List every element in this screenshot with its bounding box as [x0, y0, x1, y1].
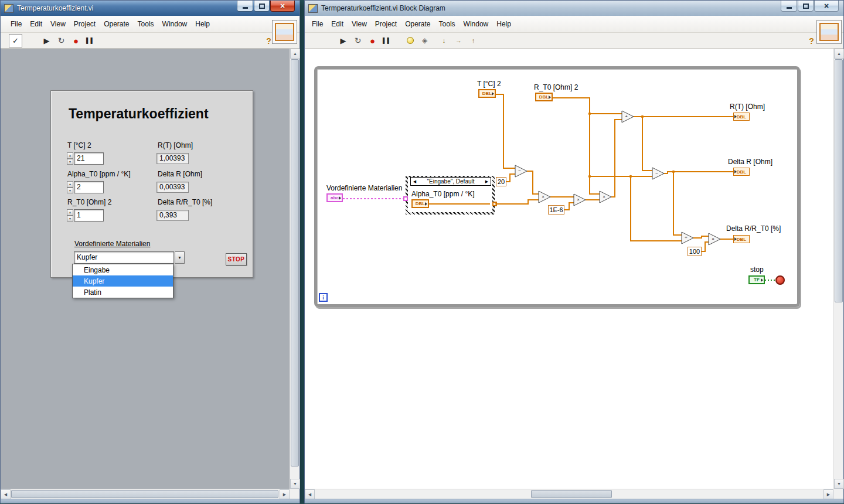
- delta-r-pct-indicator-label: Delta R/R_T0 [%]: [726, 224, 781, 233]
- scroll-left-button[interactable]: ◀: [305, 489, 315, 499]
- alpha-control-spinner[interactable]: ▲ ▼: [67, 181, 73, 193]
- scroll-down-button[interactable]: ▼: [290, 479, 300, 489]
- menu-view[interactable]: View: [348, 18, 371, 30]
- pause-button[interactable]: ▌▌: [380, 34, 394, 47]
- case-input-tunnel[interactable]: [403, 196, 408, 201]
- step-into-button[interactable]: ↓: [437, 34, 451, 47]
- window-buttons: ×: [781, 1, 843, 16]
- scroll-up-button[interactable]: ▲: [290, 49, 300, 59]
- vi-icon-button[interactable]: [272, 20, 297, 44]
- close-button[interactable]: ×: [270, 1, 295, 12]
- rt-indicator-terminal[interactable]: DBL: [733, 113, 750, 121]
- spin-up-icon[interactable]: ▲: [67, 152, 73, 159]
- rt0-control-spinner[interactable]: ▲ ▼: [67, 209, 73, 222]
- delta-r-pct-indicator-terminal[interactable]: DBL: [733, 235, 750, 243]
- minimize-button[interactable]: [237, 1, 253, 12]
- maximize-button[interactable]: [798, 1, 814, 12]
- case-next-icon[interactable]: ▶: [483, 179, 491, 184]
- front-panel-titlebar[interactable]: Termperaturkoeffizient.vi ×: [1, 1, 300, 16]
- menu-project[interactable]: Project: [371, 18, 401, 30]
- menu-window[interactable]: Window: [158, 18, 192, 30]
- horizontal-scroll-thumb[interactable]: [531, 490, 612, 498]
- materials-combo-dropdown-button[interactable]: ▼: [175, 251, 185, 264]
- menu-edit[interactable]: Edit: [327, 18, 348, 30]
- rt0-control-terminal[interactable]: DBL: [535, 93, 553, 101]
- constant-20[interactable]: 20: [496, 177, 506, 186]
- highlight-execution-button[interactable]: [403, 34, 417, 47]
- t-control-terminal[interactable]: DBL: [478, 89, 496, 98]
- spin-down-icon[interactable]: ▼: [67, 216, 73, 222]
- menu-help[interactable]: Help: [191, 18, 214, 30]
- case-structure[interactable]: ◀ "Eingabe", Default ▶ Alpha_T0 [ppm / °…: [406, 176, 495, 214]
- menu-window[interactable]: Window: [460, 18, 493, 30]
- pause-button[interactable]: ▌▌: [84, 34, 97, 47]
- horizontal-scrollbar[interactable]: ◀ ▶: [305, 489, 833, 499]
- case-selector-label[interactable]: "Eingabe", Default: [418, 178, 483, 185]
- materials-string-terminal[interactable]: abc: [326, 193, 343, 202]
- scroll-left-button[interactable]: ◀: [1, 489, 11, 499]
- vertical-scrollbar[interactable]: ▲ ▼: [290, 49, 300, 489]
- run-continuous-button[interactable]: ↻: [55, 34, 68, 47]
- horizontal-scrollb​ar[interactable]: ◀ ▶: [1, 489, 290, 499]
- delta-r-pct-indicator-label: Delta R/R_T0 [%]: [158, 198, 212, 206]
- t-control-spinner[interactable]: ▲ ▼: [67, 152, 73, 165]
- scroll-right-button[interactable]: ▶: [280, 489, 290, 499]
- case-output-tunnel[interactable]: [492, 202, 497, 206]
- step-out-button[interactable]: ↑: [467, 34, 480, 47]
- run-button[interactable]: ▶: [336, 34, 350, 47]
- menu-file[interactable]: File: [6, 18, 26, 30]
- spin-down-icon[interactable]: ▼: [67, 159, 73, 165]
- retain-wire-values-button[interactable]: ◈: [418, 34, 431, 47]
- menu-file[interactable]: File: [308, 18, 327, 30]
- menu-view[interactable]: View: [46, 18, 70, 30]
- loop-iteration-terminal[interactable]: i: [319, 293, 328, 302]
- loop-condition-terminal[interactable]: [775, 275, 785, 285]
- vertical-scroll-thumb[interactable]: [835, 59, 843, 302]
- menu-edit[interactable]: Edit: [26, 18, 46, 30]
- close-button[interactable]: ×: [814, 1, 839, 12]
- vertical-scroll-thumb[interactable]: [291, 59, 299, 466]
- delta-r-indicator-terminal[interactable]: DBL: [733, 168, 750, 176]
- dropdown-option-kupfer[interactable]: Kupfer: [73, 275, 173, 287]
- minimize-button[interactable]: [781, 1, 797, 12]
- alpha-control-terminal[interactable]: DBL: [411, 199, 429, 208]
- menu-operate[interactable]: Operate: [100, 18, 133, 30]
- stop-boolean-terminal[interactable]: TF: [748, 275, 765, 284]
- menu-tools[interactable]: Tools: [134, 18, 158, 30]
- alpha-control-input[interactable]: 2: [74, 181, 104, 193]
- menu-tools[interactable]: Tools: [435, 18, 460, 30]
- step-out-icon: ↑: [472, 37, 475, 44]
- operate-value-tool-button[interactable]: ✓: [9, 34, 22, 47]
- menu-help[interactable]: Help: [492, 18, 515, 30]
- scroll-up-button[interactable]: ▲: [834, 49, 844, 59]
- horizontal-scroll-thumb[interactable]: [11, 490, 278, 498]
- block-diagram-titlebar[interactable]: Termperaturkoeffizient.vi Block Diagram …: [305, 1, 843, 16]
- constant-1e-6[interactable]: 1E-6: [548, 205, 564, 214]
- spin-up-icon[interactable]: ▲: [67, 181, 73, 188]
- spin-down-icon[interactable]: ▼: [67, 188, 73, 194]
- maximize-button[interactable]: [254, 1, 270, 12]
- case-previous-icon[interactable]: ◀: [411, 179, 418, 184]
- scroll-right-button[interactable]: ▶: [823, 489, 833, 499]
- scroll-down-button[interactable]: ▼: [834, 479, 844, 489]
- dropdown-option-eingabe[interactable]: Eingabe: [73, 264, 173, 275]
- abort-button[interactable]: ●: [69, 34, 83, 47]
- stop-terminal-label: stop: [750, 265, 764, 274]
- spin-up-icon[interactable]: ▲: [67, 209, 73, 216]
- dropdown-option-platin[interactable]: Platin: [73, 287, 173, 298]
- case-selector[interactable]: ◀ "Eingabe", Default ▶: [410, 177, 491, 186]
- multiply-symbol: ×: [601, 193, 607, 200]
- menu-operate[interactable]: Operate: [401, 18, 434, 30]
- run-button[interactable]: ▶: [40, 34, 53, 47]
- menu-project[interactable]: Project: [70, 18, 100, 30]
- step-over-button[interactable]: →: [452, 34, 465, 47]
- stop-button[interactable]: STOP: [226, 253, 247, 265]
- abort-button[interactable]: ●: [366, 34, 379, 47]
- vi-icon-button[interactable]: [816, 20, 842, 44]
- rt0-control-input[interactable]: 1: [74, 209, 104, 222]
- constant-100[interactable]: 100: [688, 247, 702, 256]
- materials-combo-field[interactable]: Kupfer: [74, 251, 174, 264]
- t-control-input[interactable]: 21: [74, 152, 104, 165]
- vertical-scrollbar[interactable]: ▲ ▼: [833, 49, 843, 489]
- run-continuous-button[interactable]: ↻: [351, 34, 365, 47]
